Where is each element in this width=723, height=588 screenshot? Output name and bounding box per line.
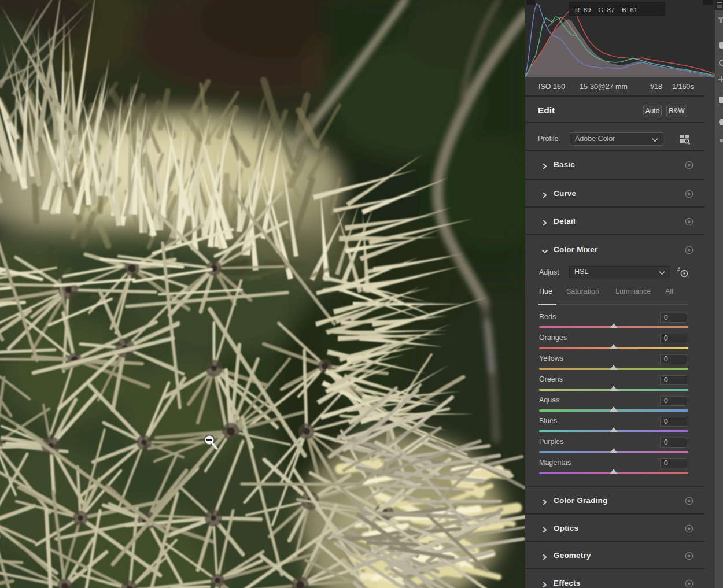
svg-text:R: 89 G: 87 B: 61: R: 89 G: 87 B: 61	[575, 6, 637, 13]
